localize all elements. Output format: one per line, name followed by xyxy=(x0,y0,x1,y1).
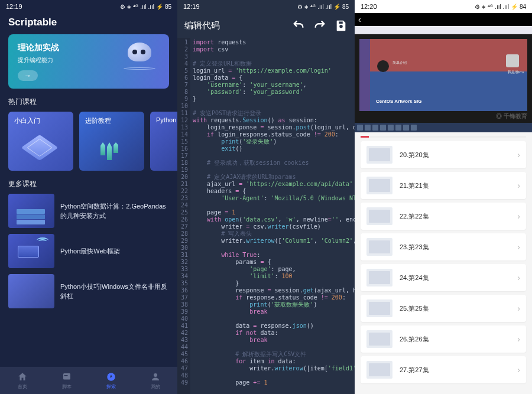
svg-rect-0 xyxy=(63,373,70,380)
desktop-taskbar xyxy=(355,123,532,132)
undo-icon[interactable] xyxy=(292,19,305,32)
episode-title: 24.第24集 xyxy=(400,273,510,282)
status-time: 12:19 xyxy=(6,3,22,10)
episode-thumb xyxy=(366,269,392,286)
episode-item[interactable]: 23.第23集› xyxy=(361,233,526,261)
chevron-right-icon: › xyxy=(517,181,520,190)
editor-header: 编辑代码 xyxy=(177,13,355,38)
person-icon xyxy=(150,372,161,382)
episode-thumb xyxy=(366,207,392,225)
episode-item[interactable]: 24.第24集› xyxy=(361,264,526,291)
video-caption: CentOS Artwork SIG xyxy=(376,99,422,104)
editor-title: 编辑代码 xyxy=(184,20,284,31)
course-title: Python最快Web框架 xyxy=(60,246,120,256)
course-card-beginner[interactable]: 小白入门 xyxy=(8,112,73,171)
bottom-tab-bar: 首页 脚本 探索 我的 xyxy=(0,367,177,394)
episode-thumb xyxy=(366,146,392,164)
tab-scripts[interactable]: 脚本 xyxy=(44,367,89,394)
crystals-icon xyxy=(95,133,128,162)
episode-item[interactable]: 21.第21集› xyxy=(361,172,526,199)
episode-title: 22.第22集 xyxy=(400,212,510,221)
status-bar: 12:19 ⚙ ∗ ⁴ᴳ .ııl .ııl ⚡ 85 xyxy=(0,0,177,13)
video-progress[interactable] xyxy=(361,136,526,138)
more-courses-label: 更多课程 xyxy=(0,179,177,194)
scriptable-app-panel: 12:19 ⚙ ∗ ⁴ᴳ .ııl .ııl ⚡ 85 Scriptable 理… xyxy=(0,0,177,394)
episode-thumb xyxy=(366,330,392,348)
key-icon xyxy=(377,60,389,72)
video-player[interactable]: 简单介绍 我是谁Pro CentOS Artwork SIG ◎ 千锋教育 xyxy=(355,34,532,123)
list-item[interactable]: Python小技巧|Windows文件名非用反斜杠 xyxy=(8,274,169,308)
course-list[interactable]: Python空间数据计算：2.GeoPandas的几种安装方式 Python最快… xyxy=(0,194,177,308)
video-frame: 简单介绍 我是谁Pro CentOS Artwork SIG xyxy=(359,39,527,111)
code-content[interactable]: import requestsimport csv # 定义登录URL和数据lo… xyxy=(190,38,355,394)
chevron-right-icon: › xyxy=(517,365,520,375)
episode-thumb xyxy=(366,238,392,256)
course-title: Python空间数据计算：2.GeoPandas的几种安装方式 xyxy=(60,201,169,221)
hot-courses-row[interactable]: 小白入门 进阶教程 Python xyxy=(0,112,177,179)
episode-title: 21.第21集 xyxy=(400,181,510,190)
watermark: ◎ 千锋教育 xyxy=(496,112,527,121)
list-item[interactable]: Python最快Web框架 xyxy=(8,234,169,268)
list-item[interactable]: Python空间数据计算：2.GeoPandas的几种安装方式 xyxy=(8,194,169,228)
tab-explore[interactable]: 探索 xyxy=(89,367,133,394)
chevron-right-icon: › xyxy=(517,273,520,282)
svg-rect-1 xyxy=(64,375,67,376)
course-thumb xyxy=(8,274,54,308)
robot-illustration xyxy=(121,43,158,80)
chevron-right-icon: › xyxy=(517,211,520,221)
avatar-icon xyxy=(506,54,519,67)
episode-thumb xyxy=(366,177,392,194)
hot-courses-label: 热门课程 xyxy=(0,97,177,112)
video-text-left: 简单介绍 xyxy=(392,60,407,66)
line-gutter: 1234567891011121314151617181920212223242… xyxy=(177,38,190,394)
status-bar: 12:20 ⚙ ∗ ⁴ᴳ .ııl .ııl ⚡ 84 xyxy=(355,0,532,13)
video-text-right: 我是谁Pro xyxy=(508,70,524,75)
video-course-panel: 12:20 ⚙ ∗ ⁴ᴳ .ııl .ııl ⚡ 84 ‹ 简单介绍 我是谁Pr… xyxy=(355,0,532,394)
episode-item[interactable]: 25.第25集› xyxy=(361,295,526,322)
status-time: 12:20 xyxy=(361,3,377,10)
back-bar: ‹ xyxy=(355,13,532,26)
episode-title: 27.第27集 xyxy=(400,366,510,375)
chevron-right-icon: › xyxy=(517,150,520,159)
status-time: 12:19 xyxy=(183,3,200,10)
home-icon xyxy=(17,372,28,382)
course-card-python[interactable]: Python xyxy=(150,112,177,171)
window-chrome xyxy=(355,26,532,34)
course-title: Python小技巧|Windows文件名非用反斜杠 xyxy=(60,282,169,301)
episode-title: 20.第20集 xyxy=(400,151,510,159)
hero-banner[interactable]: 理论加实战 提升编程能力 → xyxy=(8,34,169,89)
back-chevron-icon[interactable]: ‹ xyxy=(358,15,361,24)
course-thumb xyxy=(8,194,54,228)
episode-title: 23.第23集 xyxy=(400,243,510,252)
episode-item[interactable]: 26.第26集› xyxy=(361,325,526,353)
code-area[interactable]: 1234567891011121314151617181920212223242… xyxy=(177,38,355,394)
status-bar: 12:19 ⚙ ∗ ⁴ᴳ .ııl .ııl ⚡ 85 xyxy=(177,0,355,13)
status-right: ⚙ ∗ ⁴ᴳ .ııl .ııl ⚡ 85 xyxy=(120,4,171,10)
chevron-right-icon: › xyxy=(517,242,520,252)
script-icon xyxy=(61,372,72,382)
chevron-right-icon: › xyxy=(517,334,520,344)
svg-point-3 xyxy=(154,373,157,377)
save-icon[interactable] xyxy=(335,19,348,32)
code-editor-panel: 12:19 ⚙ ∗ ⁴ᴳ .ııl .ııl ⚡ 85 编辑代码 1234567… xyxy=(177,0,355,394)
compass-icon xyxy=(106,372,116,382)
hero-arrow-button[interactable]: → xyxy=(18,70,38,81)
course-thumb xyxy=(8,234,54,268)
episode-item[interactable]: 20.第20集› xyxy=(361,141,526,168)
cube-icon xyxy=(24,133,57,162)
episode-title: 26.第26集 xyxy=(400,335,510,344)
episode-title: 25.第25集 xyxy=(400,304,510,313)
episode-thumb xyxy=(366,299,392,317)
status-right: ⚙ ∗ ⁴ᴳ .ııl .ııl ⚡ 85 xyxy=(297,4,349,10)
tab-profile[interactable]: 我的 xyxy=(133,367,177,394)
episode-item[interactable]: 22.第22集› xyxy=(361,203,526,230)
app-title: Scriptable xyxy=(0,13,177,34)
redo-icon[interactable] xyxy=(313,19,326,32)
chevron-right-icon: › xyxy=(517,304,520,313)
tab-home[interactable]: 首页 xyxy=(0,367,44,394)
episode-thumb xyxy=(366,361,392,379)
status-right: ⚙ ∗ ⁴ᴳ .ııl .ııl ⚡ 84 xyxy=(475,4,526,10)
episode-item[interactable]: 27.第27集› xyxy=(361,356,526,383)
course-card-advanced[interactable]: 进阶教程 xyxy=(79,112,144,171)
episode-list[interactable]: 20.第20集›21.第21集›22.第22集›23.第23集›24.第24集›… xyxy=(355,139,532,394)
